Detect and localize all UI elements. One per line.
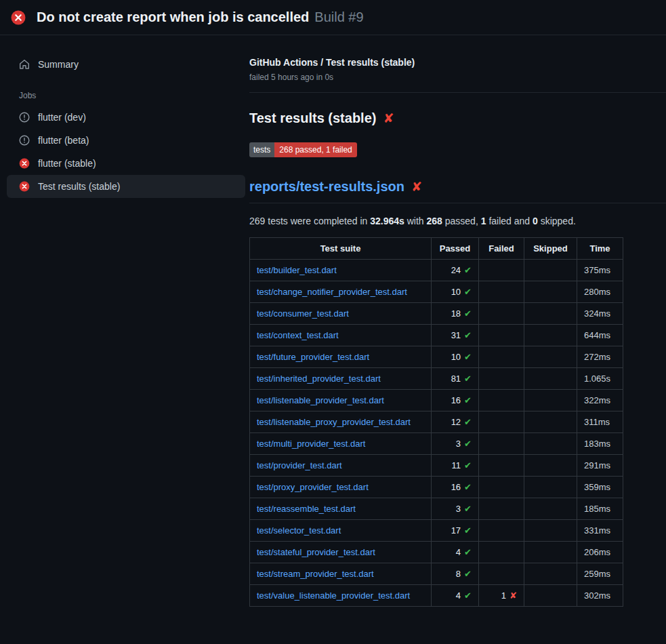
table-row: test/listenable_provider_test.dart 16✔ 3… xyxy=(250,390,623,411)
passed-cell: 8✔ xyxy=(432,563,479,585)
skipped-cell xyxy=(524,260,577,281)
total-time: 32.964s xyxy=(370,216,404,226)
sidebar-item-label: Summary xyxy=(38,59,79,70)
exclamation-circle-icon xyxy=(19,112,30,123)
skipped-cell xyxy=(524,498,577,520)
table-row: test/consumer_test.dart 18✔ 324ms xyxy=(250,303,623,325)
sidebar-item-flutter-beta[interactable]: flutter (beta) xyxy=(7,129,245,152)
skipped-cell xyxy=(524,346,577,368)
test-suite-link[interactable]: test/proxy_provider_test.dart xyxy=(257,482,369,492)
test-suite-link[interactable]: test/inherited_provider_test.dart xyxy=(257,374,381,384)
check-icon: ✔ xyxy=(464,439,472,449)
check-icon: ✔ xyxy=(464,330,472,340)
col-header-skipped: Skipped xyxy=(524,238,577,260)
passed-cell: 81✔ xyxy=(432,368,479,390)
failed-cell xyxy=(479,281,524,303)
test-suite-link[interactable]: test/context_test.dart xyxy=(257,330,339,340)
failed-cell xyxy=(479,477,524,498)
suite-cell: test/change_notifier_provider_test.dart xyxy=(250,281,432,303)
passed-cell: 4✔ xyxy=(432,585,479,607)
summary-text: 269 tests were completed in 32.964s with… xyxy=(249,216,666,226)
passed-cell: 31✔ xyxy=(432,325,479,346)
sidebar: Summary Jobs flutter (dev) flut xyxy=(0,35,249,198)
test-suite-link[interactable]: test/provider_test.dart xyxy=(257,460,342,470)
table-row: test/stateful_provider_test.dart 4✔ 206m… xyxy=(250,542,623,563)
badge-value: 268 passed, 1 failed xyxy=(274,142,356,157)
table-row: test/provider_test.dart 11✔ 291ms xyxy=(250,455,623,477)
failed-cell xyxy=(479,411,524,433)
test-suite-link[interactable]: test/listenable_proxy_provider_test.dart xyxy=(257,417,411,427)
run-status-line: failed 5 hours ago in 0s xyxy=(249,73,666,82)
skipped-cell xyxy=(524,433,577,455)
passed-cell: 16✔ xyxy=(432,477,479,498)
skipped-cell xyxy=(524,411,577,433)
suite-cell: test/stream_provider_test.dart xyxy=(250,563,432,585)
test-suite-link[interactable]: test/future_provider_test.dart xyxy=(257,352,369,362)
table-row: test/multi_provider_test.dart 3✔ 183ms xyxy=(250,433,623,455)
test-suite-link[interactable]: test/consumer_test.dart xyxy=(257,308,349,319)
failed-cell xyxy=(479,433,524,455)
sidebar-item-flutter-stable[interactable]: flutter (stable) xyxy=(7,152,245,175)
sidebar-item-flutter-dev[interactable]: flutter (dev) xyxy=(7,106,245,129)
failed-cell xyxy=(479,368,524,390)
test-suite-link[interactable]: test/builder_test.dart xyxy=(257,265,337,275)
skipped-cell xyxy=(524,303,577,325)
test-suite-link[interactable]: test/reassemble_test.dart xyxy=(257,504,356,514)
check-icon: ✔ xyxy=(464,287,472,297)
check-icon: ✔ xyxy=(464,265,472,275)
failed-cell xyxy=(479,455,524,477)
results-table-body: test/builder_test.dart 24✔ 375ms test/ch… xyxy=(250,260,623,607)
time-cell: 185ms xyxy=(577,498,623,520)
sidebar-item-label: flutter (beta) xyxy=(38,135,89,146)
test-suite-link[interactable]: test/change_notifier_provider_test.dart xyxy=(257,287,407,297)
passed-cell: 24✔ xyxy=(432,260,479,281)
skipped-cell xyxy=(524,390,577,411)
col-header-passed: Passed xyxy=(432,238,479,260)
failed-status-icon xyxy=(11,10,26,25)
passed-cell: 11✔ xyxy=(432,455,479,477)
time-cell: 1.065s xyxy=(577,368,623,390)
time-cell: 291ms xyxy=(577,455,623,477)
table-row: test/context_test.dart 31✔ 644ms xyxy=(250,325,623,346)
failed-cell: 1✘ xyxy=(479,585,524,607)
table-row: test/inherited_provider_test.dart 81✔ 1.… xyxy=(250,368,623,390)
test-suite-link[interactable]: test/multi_provider_test.dart xyxy=(257,439,365,449)
sidebar-item-test-results-stable[interactable]: Test results (stable) xyxy=(7,175,245,198)
passed-cell: 10✔ xyxy=(432,281,479,303)
sidebar-item-summary[interactable]: Summary xyxy=(7,53,245,76)
skipped-cell xyxy=(524,455,577,477)
failed-cell xyxy=(479,563,524,585)
suite-cell: test/provider_test.dart xyxy=(250,455,432,477)
test-suite-link[interactable]: test/stream_provider_test.dart xyxy=(257,569,374,579)
time-cell: 183ms xyxy=(577,433,623,455)
sidebar-item-label: flutter (dev) xyxy=(38,112,86,123)
check-icon: ✔ xyxy=(464,417,472,427)
test-suite-link[interactable]: test/selector_test.dart xyxy=(257,525,341,536)
report-heading: reports/test-results.json ✘ xyxy=(249,179,666,203)
test-suite-link[interactable]: test/value_listenable_provider_test.dart xyxy=(257,590,410,601)
table-row: test/proxy_provider_test.dart 16✔ 359ms xyxy=(250,477,623,498)
suite-cell: test/future_provider_test.dart xyxy=(250,346,432,368)
check-icon: ✔ xyxy=(464,374,472,384)
check-icon: ✔ xyxy=(464,504,472,514)
skipped-cell xyxy=(524,563,577,585)
build-number: Build #9 xyxy=(314,9,363,25)
time-cell: 375ms xyxy=(577,260,623,281)
table-header-row: Test suite Passed Failed Skipped Time xyxy=(250,238,623,260)
check-icon: ✔ xyxy=(464,525,472,536)
report-file-link[interactable]: reports/test-results.json xyxy=(249,179,404,195)
col-header-test-suite: Test suite xyxy=(250,238,432,260)
passed-cell: 17✔ xyxy=(432,520,479,542)
table-row: test/reassemble_test.dart 3✔ 185ms xyxy=(250,498,623,520)
sidebar-item-label: flutter (stable) xyxy=(38,158,96,169)
table-row: test/value_listenable_provider_test.dart… xyxy=(250,585,623,607)
table-row: test/future_provider_test.dart 10✔ 272ms xyxy=(250,346,623,368)
time-cell: 324ms xyxy=(577,303,623,325)
breadcrumb: GitHub Actions / Test results (stable) xyxy=(249,57,666,68)
test-suite-link[interactable]: test/listenable_provider_test.dart xyxy=(257,395,384,405)
failed-cell xyxy=(479,542,524,563)
time-cell: 206ms xyxy=(577,542,623,563)
time-cell: 331ms xyxy=(577,520,623,542)
test-suite-link[interactable]: test/stateful_provider_test.dart xyxy=(257,547,375,557)
time-cell: 644ms xyxy=(577,325,623,346)
